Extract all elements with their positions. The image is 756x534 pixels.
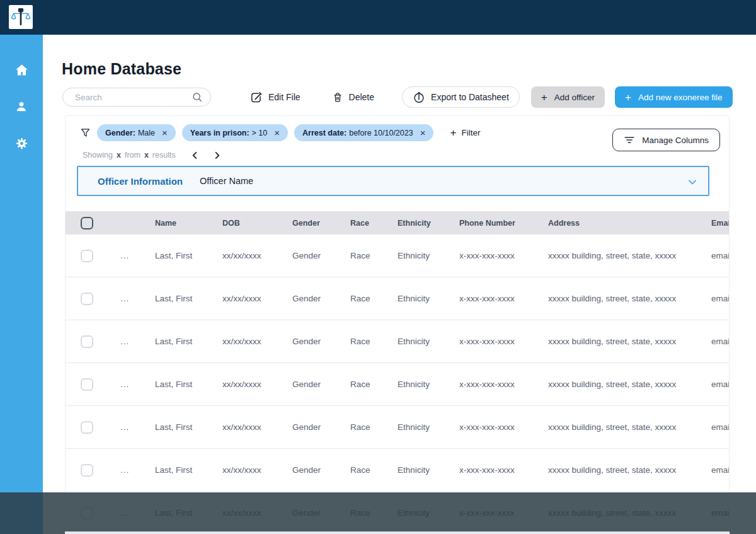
sidebar	[0, 35, 43, 534]
row-checkbox[interactable]	[81, 421, 93, 434]
manage-columns-label: Manage Columns	[642, 136, 709, 145]
add-officer-label: Add officer	[554, 93, 595, 102]
delete-button[interactable]: Delete	[332, 91, 374, 103]
cell-name: Last, First	[155, 422, 222, 432]
add-filter-button[interactable]: + Filter	[446, 127, 484, 139]
cell-address: xxxxx building, street, state, xxxxx	[548, 465, 711, 475]
add-officer-button[interactable]: + Add officer	[531, 86, 605, 108]
cell-email: email	[711, 422, 730, 432]
table-body: ... Last, First xx/xx/xxxx Gender Race E…	[66, 235, 730, 534]
cell-email: email	[711, 465, 730, 475]
table-row: ... Last, First xx/xx/xxxx Gender Race E…	[66, 277, 730, 320]
add-exoneree-button[interactable]: + Add new exoneree file	[615, 86, 733, 108]
sidebar-item-users[interactable]	[14, 99, 29, 114]
app-logo[interactable]	[9, 5, 33, 29]
cell-name: Last, First	[155, 337, 222, 346]
home-icon	[14, 63, 29, 78]
col-header-address: Address	[548, 219, 711, 228]
plus-icon: +	[625, 92, 631, 103]
topbar	[0, 0, 756, 35]
row-menu-button[interactable]: ...	[120, 294, 155, 303]
col-header-phone: Phone Number	[459, 219, 548, 228]
add-filter-label: Filter	[461, 128, 480, 137]
filter-chip-label: Years in prison:	[190, 129, 249, 137]
cell-race: Race	[350, 294, 398, 303]
export-datasheet-button[interactable]: Export to Datasheet	[402, 86, 520, 108]
cell-email: email	[711, 294, 730, 303]
cell-ethnicity: Ethnicity	[398, 465, 459, 475]
export-label: Export to Datasheet	[431, 92, 509, 102]
cell-ethnicity: Ethnicity	[398, 337, 459, 346]
col-header-dob: DOB	[222, 219, 292, 228]
cell-phone: x-xxx-xxx-xxxx	[459, 337, 548, 346]
summary-text: Showing	[83, 151, 113, 160]
row-menu-button[interactable]: ...	[120, 465, 155, 475]
plus-icon: +	[541, 92, 547, 103]
cell-ethnicity: Ethnicity	[398, 294, 459, 303]
row-checkbox[interactable]	[81, 293, 93, 305]
close-icon[interactable]: ×	[274, 128, 280, 137]
close-icon[interactable]: ×	[162, 128, 168, 137]
filter-chip-years[interactable]: Years in prison: > 10 ×	[182, 124, 288, 141]
bottom-overlay	[0, 492, 756, 534]
chevron-left-icon	[191, 151, 199, 160]
group-field-label: Officer Name	[200, 176, 253, 186]
sidebar-item-home[interactable]	[14, 62, 29, 78]
cell-dob: xx/xx/xxxx	[222, 422, 292, 432]
row-menu-button[interactable]: ...	[120, 337, 155, 346]
cell-email: email	[711, 337, 730, 346]
row-checkbox[interactable]	[81, 464, 93, 477]
cell-phone: x-xxx-xxx-xxxx	[459, 422, 548, 432]
cell-ethnicity: Ethnicity	[398, 380, 459, 389]
previous-page-button[interactable]	[191, 151, 199, 160]
row-checkbox[interactable]	[81, 378, 93, 391]
export-icon	[413, 91, 425, 103]
summary-text: from	[125, 151, 140, 160]
results-summary: Showing x from x results	[81, 149, 221, 161]
row-menu-button[interactable]: ...	[120, 380, 155, 389]
table-row: ... Last, First xx/xx/xxxx Gender Race E…	[66, 449, 730, 492]
next-page-button[interactable]	[213, 151, 221, 160]
row-checkbox[interactable]	[81, 335, 93, 348]
cell-gender: Gender	[292, 294, 350, 303]
cell-dob: xx/xx/xxxx	[222, 465, 292, 475]
search-icon	[192, 91, 203, 103]
horizontal-scrollbar[interactable]	[65, 531, 730, 534]
col-header-name: Name	[155, 219, 222, 228]
filter-chip-gender[interactable]: Gender: Male ×	[97, 124, 176, 141]
plus-icon: +	[450, 127, 456, 138]
filter-chip-label: Arrest date:	[302, 129, 346, 137]
sidebar-item-settings[interactable]	[14, 136, 29, 151]
table-header: Name DOB Gender Race Ethnicity Phone Num…	[66, 211, 730, 235]
cell-gender: Gender	[292, 380, 350, 389]
delete-label: Delete	[349, 92, 374, 102]
cell-gender: Gender	[292, 465, 350, 475]
col-header-race: Race	[350, 219, 398, 228]
chevron-down-icon[interactable]	[687, 177, 697, 187]
filter-chip-label: Gender:	[105, 129, 135, 137]
cell-phone: x-xxx-xxx-xxxx	[459, 465, 548, 475]
toolbar: Edit File Delete Export to Datasheet + A…	[62, 86, 733, 108]
manage-columns-button[interactable]: Manage Columns	[612, 129, 720, 151]
column-group-selector[interactable]: Officer Information Officer Name	[77, 166, 709, 196]
cell-name: Last, First	[155, 465, 222, 475]
cell-phone: x-xxx-xxx-xxxx	[459, 380, 548, 389]
cell-email: email	[711, 251, 730, 260]
filter-chip-arrest-date[interactable]: Arrest date: before 10/10/2023 ×	[294, 124, 433, 141]
user-icon	[14, 100, 28, 113]
cell-race: Race	[350, 380, 398, 389]
search-input[interactable]	[74, 92, 192, 103]
table-row: ... Last, First xx/xx/xxxx Gender Race E…	[66, 406, 730, 449]
cell-gender: Gender	[292, 251, 350, 260]
row-menu-button[interactable]: ...	[120, 422, 155, 432]
row-checkbox[interactable]	[81, 250, 93, 262]
cell-name: Last, First	[155, 294, 222, 303]
close-icon[interactable]: ×	[420, 128, 426, 137]
cell-race: Race	[350, 337, 398, 346]
edit-pencil-icon	[250, 91, 263, 103]
cell-address: xxxxx building, street, state, xxxxx	[548, 380, 711, 389]
cell-race: Race	[350, 465, 398, 475]
select-all-checkbox[interactable]	[81, 217, 93, 229]
row-menu-button[interactable]: ...	[120, 251, 155, 260]
edit-file-button[interactable]: Edit File	[250, 91, 301, 103]
